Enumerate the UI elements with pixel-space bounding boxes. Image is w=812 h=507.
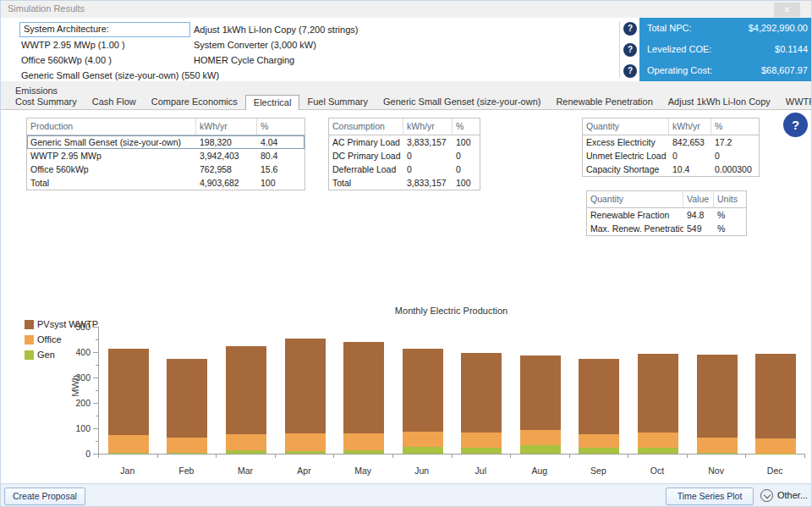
bar-segment-pvsyst-wwtp [226,346,266,434]
column-header: Quantity [583,118,669,135]
x-axis-tick [98,455,99,458]
help-icon[interactable]: ? [623,64,637,78]
help-icon[interactable]: ? [623,43,637,57]
quantity2-table: QuantityValueUnitsRenewable Fraction94.8… [586,190,747,236]
legend-label: Office [37,334,62,344]
table-cell: Excess Electricity [583,135,669,149]
bar-segment-gen [343,450,384,454]
system-architecture-item: Adjust 1kWh Li-Ion Copy (7,200 strings) [194,22,358,37]
bar-segment-pvsyst-wwtp [403,349,443,432]
bar-jun [403,349,443,454]
y-axis-minor-tick [96,441,98,442]
x-axis-label-feb: Feb [161,466,211,476]
create-proposal-button[interactable]: Create Proposal [4,488,85,505]
footer-bar: Create Proposal Time Series Plot Other..… [1,483,811,507]
production-table: ProductionkWh/yr%Generic Small Genset (s… [26,118,305,190]
system-architecture-label[interactable]: System Architecture: [19,22,190,37]
column-header: % [257,118,304,135]
x-axis-tick [569,455,570,458]
y-axis-tick [93,352,98,353]
y-axis-minor-tick [96,365,98,366]
table-cell: WWTP 2.95 MWp [27,149,196,163]
bar-sep [579,359,619,454]
tab-cash-flow[interactable]: Cash Flow [85,95,144,109]
tab-cost-summary[interactable]: Cost Summary [8,95,85,109]
y-axis-tick [93,403,98,404]
table-cell: 3,833,157 [403,135,453,149]
help-icon[interactable]: ? [783,113,808,137]
tab-fuel-summary[interactable]: Fuel Summary [299,95,376,109]
consumption-table: ConsumptionkWh/yr%AC Primary Load3,833,1… [328,118,480,190]
tab-electrical[interactable]: Electrical [245,95,300,110]
table-cell: 0 [403,149,453,163]
column-header: Production [27,118,196,135]
bar-segment-office [108,435,149,453]
table-row[interactable]: WWTP 2.95 MWp3,942,40380.4 [27,149,304,163]
table-cell: 0 [453,163,480,176]
x-axis-tick [275,455,276,458]
bar-segment-gen [226,450,266,455]
table-row[interactable]: Capacity Shortage10.40.000300 [583,163,759,176]
bar-segment-pvsyst-wwtp [579,359,619,434]
x-axis-tick [333,455,334,458]
system-architecture-right-column: Adjust 1kWh Li-Ion Copy (7,200 strings)S… [194,22,358,68]
table-row[interactable]: Office 560kWp762,95815.6 [27,163,304,176]
bar-segment-gen [167,453,207,454]
table-row[interactable]: Generic Small Genset (size-your-own)198,… [27,135,304,149]
x-axis-label-mar: Mar [220,466,271,476]
bar-segment-gen [108,453,149,455]
table-row[interactable]: Renewable Fraction94.8% [587,208,746,222]
legend-swatch [25,335,34,344]
metric-row-operating-cost: Operating Cost:$68,607.97 [639,60,812,81]
metric-value: $0.1144 [775,39,808,60]
bar-jul [461,353,502,454]
table-cell: 0 [453,149,480,163]
column-header: % [453,118,480,135]
table-cell: 842,653 [669,135,711,149]
table-row[interactable]: AC Primary Load3,833,157100 [329,135,480,149]
bar-segment-pvsyst-wwtp [108,349,149,434]
table-header-row: ConsumptionkWh/yr% [329,118,480,135]
table-cell: Total [27,176,196,190]
bar-segment-office [403,432,443,447]
system-architecture-item: Office 560kWp (4.00 ) [21,52,219,68]
x-axis-label-sep: Sep [573,466,623,476]
column-header: kWh/yr [669,118,711,135]
table-cell: 100 [257,176,304,190]
tab-row-2: Cost SummaryCash FlowCompare EconomicsEl… [1,95,811,110]
table-row[interactable]: Unmet Electric Load00 [583,149,759,163]
table-row[interactable]: Max. Renew. Penetration549% [587,222,746,235]
table-cell: Office 560kWp [27,163,196,176]
bar-segment-pvsyst-wwtp [755,354,796,438]
time-series-plot-button[interactable]: Time Series Plot [666,488,754,505]
tab-compare-economics[interactable]: Compare Economics [144,95,245,109]
tab-wwtp-2-95-mwp[interactable]: WWTP 2.95 MWp [778,95,812,109]
table-cell: 198,320 [196,135,257,149]
chevron-down-icon[interactable] [760,489,773,502]
table-row[interactable]: Total4,903,682100 [27,176,304,190]
close-icon[interactable]: ✕ [774,3,800,17]
table-cell: 4,903,682 [196,176,257,190]
y-axis-tick [93,377,98,378]
simulation-results-window: Simulation Results ✕ System Architecture… [0,0,812,507]
metric-value: $4,292,990.00 [749,18,808,39]
y-axis-tick-label: 400 [65,347,91,357]
tab-renewable-penetration[interactable]: Renewable Penetration [548,95,660,109]
system-architecture-item: HOMER Cycle Charging [194,52,358,68]
table-row[interactable]: Excess Electricity842,65317.2 [583,135,759,149]
x-axis-tick [745,455,746,458]
table-row[interactable]: Deferrable Load00 [329,163,480,176]
table-cell: Generic Small Genset (size-your-own) [27,135,196,149]
table-row[interactable]: Total3,833,157100 [329,176,480,190]
metric-label: Levelized COE: [647,39,711,60]
tab-generic-small-genset-size-your-own[interactable]: Generic Small Genset (size-your-own) [376,95,548,109]
x-axis-tick [392,455,393,458]
x-axis-label-jan: Jan [102,466,153,476]
tab-adjust-1kwh-li-ion-copy[interactable]: Adjust 1kWh Li-Ion Copy [661,95,778,109]
table-row[interactable]: DC Primary Load00 [329,149,480,163]
other-menu-label[interactable]: Other... [777,490,808,500]
x-axis-label-oct: Oct [632,466,683,476]
monthly-production-chart [98,327,805,455]
metric-value: $68,607.97 [761,60,808,81]
help-icon[interactable]: ? [623,22,637,36]
